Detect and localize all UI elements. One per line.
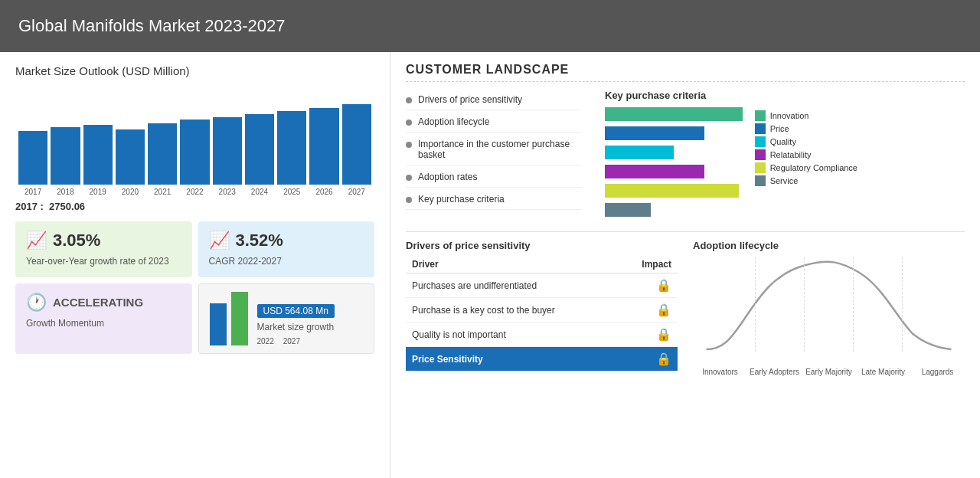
growth-bar-2027 [231, 292, 248, 345]
accelerating-card: 🕐 ACCELERATING Growth Momentum [15, 283, 192, 354]
cl-lower: Drivers of price sensitivity Driver Impa… [406, 231, 965, 376]
year-value: 2017 : 2750.06 [15, 201, 374, 212]
bar-wrapper [148, 100, 177, 185]
kpc-bar-row [605, 184, 747, 198]
bar-2023 [213, 117, 242, 185]
bar-wrapper [245, 100, 274, 185]
adoption-title: Adoption lifecycle [693, 240, 965, 251]
nav-item-label: Key purchase criteria [418, 194, 505, 205]
cagr-icon: 📈 [209, 231, 230, 250]
market-growth-label: Market size growth [257, 321, 364, 334]
right-panel: CUSTOMER LANDSCAPE Drivers of price sens… [390, 52, 980, 478]
kpc-legend-label: Quality [770, 137, 796, 146]
price-row: Quality is not important🔒 [406, 322, 678, 347]
nav-dot [406, 175, 412, 181]
kpc-legend-label: Relatability [770, 150, 812, 159]
bar-year-label-2021: 2021 [148, 188, 177, 196]
kpc-bar [605, 126, 704, 140]
bar-2019 [83, 125, 113, 185]
kpc-bar [605, 107, 743, 121]
bar-2027 [342, 104, 371, 185]
cl-nav: Drivers of price sensitivityAdoption lif… [406, 90, 590, 225]
cl-nav-item[interactable]: Adoption rates [406, 167, 582, 188]
speedometer-icon: 🕐 [26, 293, 47, 313]
kpc-legend-label: Price [770, 124, 789, 133]
price-table: Driver Impact Purchases are undifferenti… [406, 256, 678, 372]
growth-info: USD 564.08 Mn Market size growth 2022 20… [257, 303, 364, 345]
bar-wrapper [342, 100, 371, 185]
bar-2021 [148, 123, 177, 185]
kpc-legend-swatch [755, 110, 766, 121]
kpc-title: Key purchase criteria [605, 90, 858, 101]
adoption-label: Late Majority [856, 368, 910, 376]
nav-dot [406, 142, 412, 148]
bar-year-label-2025: 2025 [277, 188, 306, 196]
yoy-value: 3.05% [53, 231, 100, 250]
page-header: Global Manifolds Market 2023-2027 [0, 0, 980, 52]
price-row: Purchase is a key cost to the buyer🔒 [406, 298, 678, 322]
bar-2018 [51, 127, 80, 185]
nav-item-label: Adoption lifecycle [418, 116, 489, 127]
kpc-legend: InnovationPriceQualityRelatabilityRegula… [755, 110, 858, 225]
bar-wrapper [213, 100, 242, 185]
growth-bar-2022 [210, 303, 227, 345]
bar-chart [15, 85, 374, 185]
kpc-legend-item: Service [755, 175, 858, 186]
left-panel: Market Size Outlook (USD Million) 201720… [0, 52, 390, 478]
col-impact: Impact [620, 256, 678, 273]
kpc-legend-swatch [755, 162, 766, 173]
adoption-curve-svg [693, 257, 965, 357]
main-content: Market Size Outlook (USD Million) 201720… [0, 52, 980, 478]
bar-wrapper [18, 100, 47, 185]
cl-nav-item[interactable]: Importance in the customer purchase bask… [406, 134, 582, 165]
bar-year-label-2023: 2023 [213, 188, 242, 196]
nav-dot [406, 120, 412, 126]
bar-year-label-2018: 2018 [51, 188, 80, 196]
bar-year-label-2027: 2027 [342, 188, 371, 196]
cl-nav-item[interactable]: Key purchase criteria [406, 189, 582, 210]
adoption-label: Early Adopters [747, 368, 802, 376]
price-sensitivity-lock: 🔒 [620, 347, 678, 372]
kpc-legend-item: Relatability [755, 149, 858, 160]
kpc-legend-item: Quality [755, 136, 858, 147]
kpc-bar [605, 203, 651, 217]
bar-year-label-2017: 2017 [18, 188, 47, 196]
nav-item-label: Adoption rates [418, 172, 477, 182]
page-title: Global Manifolds Market 2023-2027 [18, 16, 286, 36]
market-growth-card: USD 564.08 Mn Market size growth 2022 20… [198, 283, 375, 354]
kpc-legend-item: Price [755, 123, 858, 134]
nav-item-label: Importance in the customer purchase bask… [418, 139, 582, 160]
price-sensitivity-section: Drivers of price sensitivity Driver Impa… [406, 240, 678, 376]
bar-year-label-2020: 2020 [116, 188, 145, 196]
adoption-labels: InnovatorsEarly AdoptersEarly MajorityLa… [693, 368, 965, 376]
kpc-bars [605, 107, 747, 219]
nav-item-label: Drivers of price sensitivity [418, 94, 522, 105]
adoption-chart [693, 257, 965, 365]
nav-dot [406, 97, 412, 103]
kpc-legend-swatch [755, 149, 766, 160]
market-size-title: Market Size Outlook (USD Million) [15, 64, 374, 77]
price-lock: 🔒 [620, 322, 678, 347]
metric-cards: 📈 3.05% Year-over-Year growth rate of 20… [15, 221, 374, 277]
cl-nav-item[interactable]: Adoption lifecycle [406, 112, 582, 133]
kpc-legend-label: Innovation [770, 111, 809, 120]
adoption-section: Adoption lifecycle InnovatorsEarly Adopt… [685, 240, 965, 376]
bar-year-label-2019: 2019 [83, 188, 113, 196]
cl-nav-item[interactable]: Drivers of price sensitivity [406, 90, 582, 110]
price-driver: Purchases are undifferentiated [406, 273, 620, 298]
kpc-bar-row [605, 126, 747, 140]
bar-2026 [309, 108, 338, 185]
kpc-bar-row [605, 165, 747, 178]
year-2022-label: 2022 [257, 337, 274, 345]
price-driver: Purchase is a key cost to the buyer [406, 298, 620, 322]
price-row: Purchases are undifferentiated🔒 [406, 273, 678, 298]
kpc-legend-swatch [755, 123, 766, 134]
kpc-bar [605, 184, 739, 198]
bar-year-label-2022: 2022 [180, 188, 209, 196]
bar-2024 [245, 114, 274, 185]
adoption-label: Early Majority [802, 368, 856, 376]
bar-year-label-2024: 2024 [245, 188, 274, 196]
price-sensitivity-title: Drivers of price sensitivity [406, 240, 678, 251]
accelerating-label: ACCELERATING [53, 296, 143, 309]
year-2027-label: 2027 [283, 337, 300, 345]
